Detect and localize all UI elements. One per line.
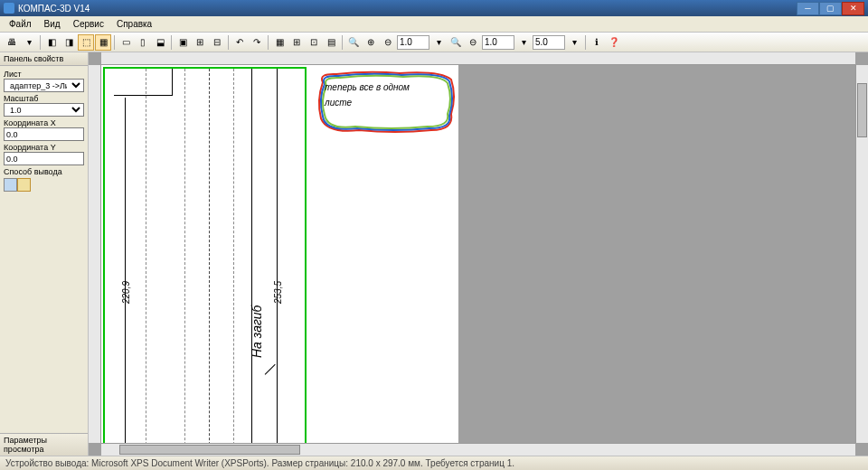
zoom-out-icon[interactable]: ⊖ [380, 34, 396, 51]
window-title: КОМПАС-3D V14 [18, 4, 797, 14]
tool-icon-8[interactable]: ▣ [175, 34, 191, 51]
zoom-combo-3[interactable] [533, 35, 565, 50]
sidebar-footer: Параметры просмотра [0, 433, 88, 456]
dash-line-3 [233, 69, 234, 443]
annotation-bubble: теперь все в одном листе [314, 69, 458, 136]
minimize-button[interactable]: ─ [797, 2, 819, 15]
scrollbar-horizontal[interactable] [101, 443, 855, 456]
zoom-dropdown-3[interactable]: ▾ [566, 34, 582, 51]
scale-select[interactable]: 1.0 [4, 103, 84, 117]
status-text: Устройство вывода: Microsoft XPS Documen… [5, 458, 514, 468]
tool-icon-7[interactable]: ⬓ [152, 34, 168, 51]
print-icon[interactable]: 🖶 [4, 34, 20, 51]
sheet-select[interactable]: адаптер_3 ->Лист 1 [4, 79, 84, 92]
menu-view[interactable]: Вид [39, 17, 66, 31]
zoom-icon-3[interactable]: ⊖ [465, 34, 481, 51]
menu-file[interactable]: Файл [4, 17, 37, 31]
dim-line-1 [125, 98, 126, 443]
ruler-vertical[interactable] [89, 65, 101, 443]
app-icon [4, 3, 14, 14]
solid-line-1 [251, 69, 252, 443]
panel-header: Панель свойств [0, 52, 88, 66]
sheet-label: Лист [4, 70, 84, 79]
zoom-combo-1[interactable] [397, 35, 429, 50]
coordx-label: Координата X [4, 118, 84, 127]
rotate-left-icon[interactable]: ↶ [231, 34, 248, 51]
tool-icon-4[interactable]: ▦ [95, 34, 111, 51]
zoom-in-icon[interactable]: ⊕ [363, 34, 379, 51]
zoom-fit-icon[interactable]: 🔍 [345, 34, 362, 51]
zoom-dropdown-1[interactable]: ▾ [430, 34, 447, 51]
toolbar: 🖶 ▾ ◧ ◨ ⬚ ▦ ▭ ▯ ⬓ ▣ ⊞ ⊟ ↶ ↷ ▦ ⊞ ⊡ ▤ 🔍 ⊕ … [0, 33, 868, 52]
grid-icon-1[interactable]: ▦ [271, 34, 288, 51]
mode-button-2[interactable] [17, 178, 31, 192]
help-icon[interactable]: ℹ [589, 34, 605, 51]
scale-label: Масштаб [4, 94, 84, 103]
print-dropdown-icon[interactable]: ▾ [21, 34, 37, 51]
dim-line-2 [277, 69, 278, 443]
page: 220,9 253,5 На загиб теперь все в одном … [101, 65, 458, 443]
canvas-area: 220,9 253,5 На загиб теперь все в одном … [89, 52, 868, 456]
menu-help[interactable]: Справка [111, 17, 157, 31]
tool-icon-3[interactable]: ⬚ [78, 34, 94, 51]
titlebar: КОМПАС-3D V14 ─ ▢ ✕ [0, 0, 868, 16]
mode-button-1[interactable] [4, 178, 17, 192]
viewport[interactable]: 220,9 253,5 На загиб теперь все в одном … [101, 65, 855, 443]
coordy-label: Координата Y [4, 143, 84, 152]
title-block [114, 69, 173, 96]
scrollbar-vertical[interactable] [855, 65, 868, 443]
dimension-1: 220,9 [121, 281, 131, 304]
arrow-mark [265, 364, 286, 385]
menubar: Файл Вид Сервис Справка [0, 16, 868, 33]
dash-line-2 [184, 69, 185, 443]
zoom-icon-2[interactable]: 🔍 [448, 34, 464, 51]
coordx-input[interactable] [4, 127, 84, 141]
tool-icon-9[interactable]: ⊞ [192, 34, 208, 51]
dash-line-1 [146, 69, 146, 443]
properties-panel: Панель свойств Лист адаптер_3 ->Лист 1 М… [0, 52, 89, 456]
coordy-input[interactable] [4, 152, 84, 165]
tool-icon-2[interactable]: ◨ [61, 34, 77, 51]
grid-icon-3[interactable]: ⊡ [306, 34, 322, 51]
zoom-dropdown-2[interactable]: ▾ [515, 34, 532, 51]
statusbar: Устройство вывода: Microsoft XPS Documen… [0, 456, 868, 470]
rotate-right-icon[interactable]: ↷ [249, 34, 265, 51]
dimension-2: 253,5 [273, 281, 283, 304]
ruler-horizontal[interactable] [101, 52, 855, 65]
mode-label: Способ вывода [4, 167, 84, 176]
annotation-text: теперь все в одном листе [325, 80, 410, 110]
zoom-combo-2[interactable] [482, 35, 514, 50]
maximize-button[interactable]: ▢ [819, 2, 842, 15]
centerline [209, 69, 210, 443]
tool-icon-1[interactable]: ◧ [43, 34, 60, 51]
close-button[interactable]: ✕ [842, 2, 864, 15]
tool-icon-10[interactable]: ⊟ [209, 34, 225, 51]
menu-service[interactable]: Сервис [68, 17, 109, 31]
whatsthis-icon[interactable]: ❓ [606, 34, 622, 51]
grid-icon-2[interactable]: ⊞ [288, 34, 305, 51]
tool-icon-5[interactable]: ▭ [118, 34, 134, 51]
drawing-frame: 220,9 253,5 На загиб [103, 67, 307, 443]
grid-icon-4[interactable]: ▤ [323, 34, 339, 51]
tool-icon-6[interactable]: ▯ [135, 34, 151, 51]
fold-label: На загиб [250, 306, 264, 359]
